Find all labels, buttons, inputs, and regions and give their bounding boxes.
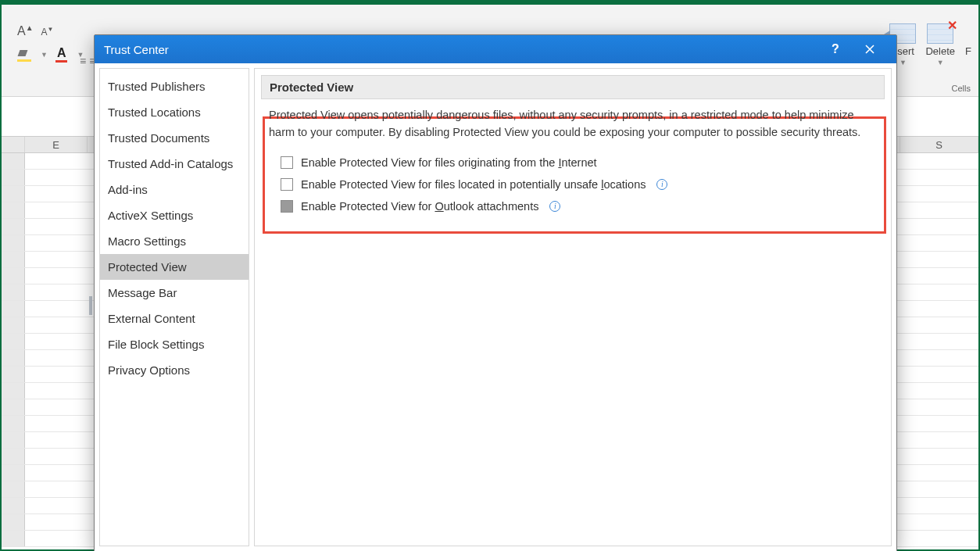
dialog-body: Trusted PublishersTrusted LocationsTrust… [95, 63, 896, 551]
cells-group-label: Cells [952, 84, 971, 93]
checkbox[interactable] [281, 178, 293, 191]
select-all-corner[interactable] [2, 137, 25, 152]
checkbox[interactable] [281, 200, 293, 213]
format-label-partial: F [965, 45, 971, 57]
trust-center-dialog: Trust Center ? Trusted PublishersTrusted… [94, 34, 897, 551]
decrease-font-icon[interactable]: A▼ [41, 27, 53, 38]
fill-color-icon[interactable] [17, 48, 31, 62]
delete-button[interactable]: Delete ▼ [925, 23, 955, 66]
option-label: Enable Protected View for Outlook attach… [301, 200, 538, 213]
nav-item-external-content[interactable]: External Content [100, 306, 249, 331]
nav-item-message-bar[interactable]: Message Bar [100, 280, 249, 306]
dialog-titlebar[interactable]: Trust Center ? [95, 35, 896, 63]
nav-item-privacy-options[interactable]: Privacy Options [100, 357, 249, 383]
protected-view-option-1[interactable]: Enable Protected View for files located … [281, 174, 868, 195]
trust-center-content: Protected View Protected View opens pote… [254, 68, 892, 546]
column-header[interactable]: S [900, 137, 978, 152]
fill-color-dropdown-icon[interactable]: ▼ [41, 51, 48, 59]
delete-label: Delete [925, 45, 955, 57]
nav-item-trusted-add-in-catalogs[interactable]: Trusted Add-in Catalogs [100, 151, 249, 177]
increase-font-icon[interactable]: A▲ [17, 24, 34, 38]
checkbox[interactable] [281, 156, 293, 169]
close-icon [865, 45, 874, 54]
format-cells-icon [964, 23, 972, 44]
info-icon[interactable]: i [549, 201, 560, 212]
close-button[interactable] [853, 35, 887, 63]
nav-item-file-block-settings[interactable]: File Block Settings [100, 331, 249, 357]
cells-group: nsert ▼ Delete ▼ F [889, 23, 972, 66]
nav-item-trusted-documents[interactable]: Trusted Documents [100, 125, 249, 151]
help-button[interactable]: ? [818, 35, 853, 63]
nav-item-trusted-publishers[interactable]: Trusted Publishers [100, 73, 249, 99]
dialog-title: Trust Center [104, 43, 818, 56]
app-window: A▲ A▼ ▼ A▼ ≡ ≡ nsert ▼ Delete [0, 0, 980, 551]
nav-item-protected-view[interactable]: Protected View [100, 254, 249, 280]
protected-view-option-2[interactable]: Enable Protected View for Outlook attach… [281, 195, 868, 217]
delete-cells-icon [927, 23, 953, 44]
format-button-partial[interactable]: F [964, 23, 972, 57]
section-description: Protected View opens potentially dangero… [255, 107, 891, 145]
section-header: Protected View [261, 75, 885, 99]
protected-view-option-0[interactable]: Enable Protected View for files originat… [281, 152, 868, 174]
options-list: Enable Protected View for files originat… [273, 147, 876, 217]
nav-item-macro-settings[interactable]: Macro Settings [100, 228, 249, 254]
column-header[interactable]: E [25, 137, 88, 152]
option-label: Enable Protected View for files located … [301, 178, 646, 191]
info-icon[interactable]: i [656, 179, 667, 190]
delete-dropdown-icon[interactable]: ▼ [937, 59, 944, 66]
option-label: Enable Protected View for files originat… [301, 156, 597, 169]
row-selection-marker [89, 296, 92, 315]
nav-item-trusted-locations[interactable]: Trusted Locations [100, 99, 249, 125]
font-group: A▲ A▼ ▼ A▼ [17, 23, 84, 63]
nav-item-activex-settings[interactable]: ActiveX Settings [100, 202, 249, 228]
font-color-icon[interactable]: A [55, 46, 68, 63]
insert-dropdown-icon[interactable]: ▼ [900, 59, 907, 66]
trust-center-nav: Trusted PublishersTrusted LocationsTrust… [99, 68, 249, 546]
align-left-icon[interactable]: ≡ [80, 55, 86, 67]
nav-item-add-ins[interactable]: Add-ins [100, 177, 249, 202]
